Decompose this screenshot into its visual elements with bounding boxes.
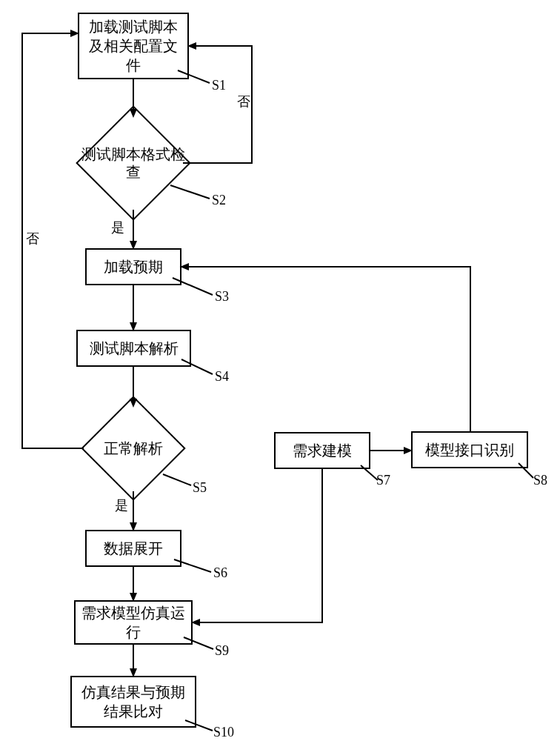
tag-s1: S1 xyxy=(212,78,226,93)
node-s7: 需求建模 xyxy=(274,432,370,469)
node-s1-text: 加载测试脚本及相关配置文件 xyxy=(82,17,184,75)
edge-s2-no: 否 xyxy=(237,93,250,110)
node-s3: 加载预期 xyxy=(85,248,181,285)
node-s10: 仿真结果与预期结果比对 xyxy=(70,676,196,728)
tag-s6: S6 xyxy=(213,565,227,581)
tag-s8: S8 xyxy=(533,473,547,488)
node-s2-text: 测试脚本格式检查 xyxy=(76,145,190,181)
tag-s10: S10 xyxy=(213,725,234,740)
node-s8: 模型接口识别 xyxy=(411,431,528,468)
node-s10-text: 仿真结果与预期结果比对 xyxy=(75,682,192,721)
edge-s2-yes: 是 xyxy=(111,219,124,236)
node-s6-text: 数据展开 xyxy=(104,539,163,558)
node-s9: 需求模型仿真运行 xyxy=(74,600,193,645)
tag-s2: S2 xyxy=(212,193,226,208)
node-s5-text: 正常解析 xyxy=(104,439,163,457)
node-s4-text: 测试脚本解析 xyxy=(90,339,179,358)
edge-s5-no: 否 xyxy=(26,230,39,247)
tag-s9: S9 xyxy=(215,643,229,659)
tag-s3: S3 xyxy=(215,289,229,305)
node-s8-text: 模型接口识别 xyxy=(425,440,514,459)
node-s3-text: 加载预期 xyxy=(104,257,163,276)
node-s7-text: 需求建模 xyxy=(293,441,352,460)
node-s6: 数据展开 xyxy=(85,530,181,567)
tag-s7: S7 xyxy=(376,473,390,488)
node-s2: 测试脚本格式检查 xyxy=(93,122,174,204)
node-s1: 加载测试脚本及相关配置文件 xyxy=(78,13,189,79)
node-s4: 测试脚本解析 xyxy=(76,330,191,367)
tag-s5: S5 xyxy=(193,480,207,496)
node-s9-text: 需求模型仿真运行 xyxy=(79,603,188,642)
edge-s5-yes: 是 xyxy=(115,496,128,514)
tag-s4: S4 xyxy=(215,369,229,385)
node-s5: 正常解析 xyxy=(96,411,170,485)
